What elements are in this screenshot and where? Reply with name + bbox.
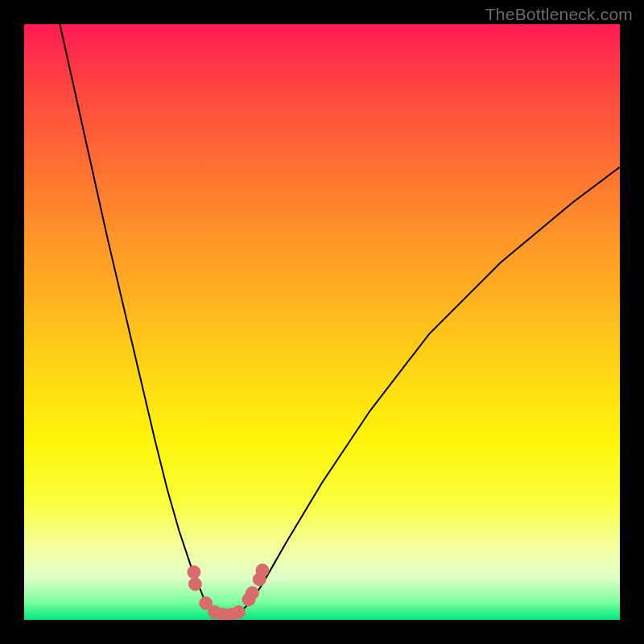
data-point-trough-4	[232, 605, 245, 618]
data-point-right-inner-b	[246, 587, 258, 600]
watermark-text: TheBottleneck.com	[485, 5, 633, 24]
data-point-left-pair-bottom	[188, 578, 201, 591]
chart-svg	[24, 24, 620, 620]
right-curve	[227, 167, 620, 617]
chart-plot-area	[24, 24, 620, 620]
data-point-left-pair-top	[188, 566, 200, 579]
left-curve	[60, 24, 226, 617]
data-point-right-pair-bottom	[253, 573, 266, 586]
data-points-group	[188, 564, 269, 620]
